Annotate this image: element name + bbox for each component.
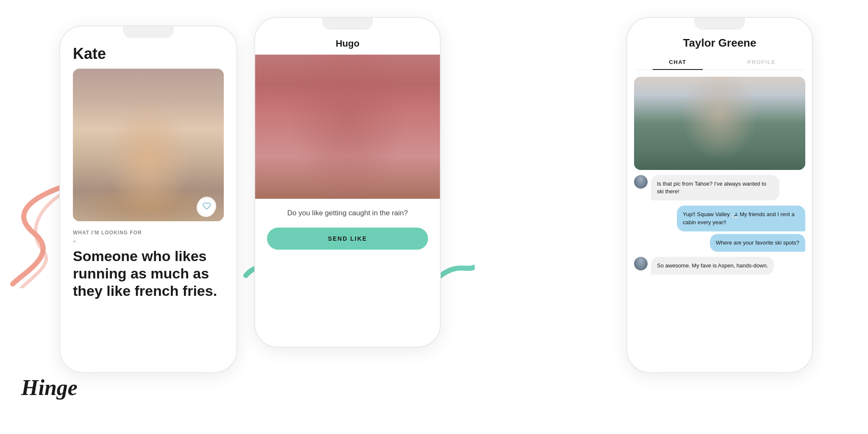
- phone-right-content: Taylor Greene CHAT PROFILE: [627, 30, 812, 365]
- send-like-button[interactable]: SEND LIKE: [267, 228, 428, 250]
- looking-for-quote-char: ❝: [73, 239, 224, 246]
- hugo-profile-photo: [255, 55, 440, 199]
- what-looking-for-label: WHAT I'M LOOKING FOR: [73, 230, 224, 236]
- heart-icon: [203, 202, 211, 210]
- chat-sent-group: Yup!! Squaw Valley 🎿 My friends and I re…: [634, 206, 805, 252]
- taylor-chat-photo: [634, 77, 805, 170]
- chat-avatar-2: [634, 257, 648, 270]
- phone-kate: Kate WHAT I'M LOOKING FOR ❝ Someone who …: [59, 25, 237, 373]
- hinge-logo: Hinge: [21, 375, 78, 400]
- svg-point-2: [328, 85, 366, 127]
- svg-rect-0: [255, 56, 440, 198]
- hugo-question-text: Do you like getting caught in the rain?: [255, 199, 440, 224]
- svg-point-11: [727, 88, 760, 109]
- taylor-photo-svg: [634, 77, 805, 170]
- chat-bubble-received-1: Is that pic from Tahoe? I've always want…: [651, 175, 779, 200]
- chat-msg-4: So awesome. My fave is Aspen, hands-down…: [634, 257, 805, 275]
- phone-notch-left: [123, 26, 174, 38]
- tab-chat[interactable]: CHAT: [636, 55, 720, 70]
- kate-profile-photo: [73, 69, 224, 221]
- phone-hugo: Hugo: [254, 17, 441, 348]
- svg-rect-6: [339, 101, 356, 107]
- looking-for-text: Someone who likes running as much as the…: [73, 248, 224, 299]
- hugo-profile-name: Hugo: [255, 30, 440, 55]
- chat-bubble-received-4: So awesome. My fave is Aspen, hands-down…: [651, 257, 774, 275]
- chat-avatar-1: [634, 175, 648, 189]
- phone-center-content: Hugo: [255, 30, 440, 260]
- tab-profile[interactable]: PROFILE: [720, 55, 804, 70]
- chat-area: Is that pic from Tahoe? I've always want…: [627, 70, 812, 365]
- kate-profile-name: Kate: [73, 45, 224, 63]
- svg-rect-4: [325, 164, 344, 194]
- chat-msg-1: Is that pic from Tahoe? I've always want…: [634, 175, 805, 200]
- svg-rect-9: [727, 122, 759, 161]
- kate-heart-button[interactable]: [198, 197, 216, 215]
- taylor-tabs: CHAT PROFILE: [636, 55, 804, 70]
- svg-rect-10: [735, 100, 757, 106]
- phone-notch-right: [694, 18, 745, 30]
- svg-point-8: [728, 92, 758, 124]
- svg-rect-1: [255, 56, 440, 198]
- svg-rect-7: [634, 81, 805, 166]
- svg-rect-3: [328, 125, 366, 179]
- chat-bubble-sent-1: Yup!! Squaw Valley 🎿 My friends and I re…: [677, 206, 805, 231]
- svg-rect-5: [352, 164, 371, 194]
- taylor-profile-name: Taylor Greene: [636, 36, 804, 50]
- phone-taylor: Taylor Greene CHAT PROFILE: [626, 17, 813, 373]
- phone-notch-center: [322, 18, 373, 30]
- phone-left-content: Kate WHAT I'M LOOKING FOR ❝ Someone who …: [60, 38, 236, 306]
- phones-container: Kate WHAT I'M LOOKING FOR ❝ Someone who …: [0, 0, 868, 434]
- hugo-photo-svg: [255, 55, 440, 199]
- taylor-header: Taylor Greene CHAT PROFILE: [627, 30, 812, 70]
- chat-bubble-sent-2: Where are your favorite ski spots?: [710, 234, 805, 252]
